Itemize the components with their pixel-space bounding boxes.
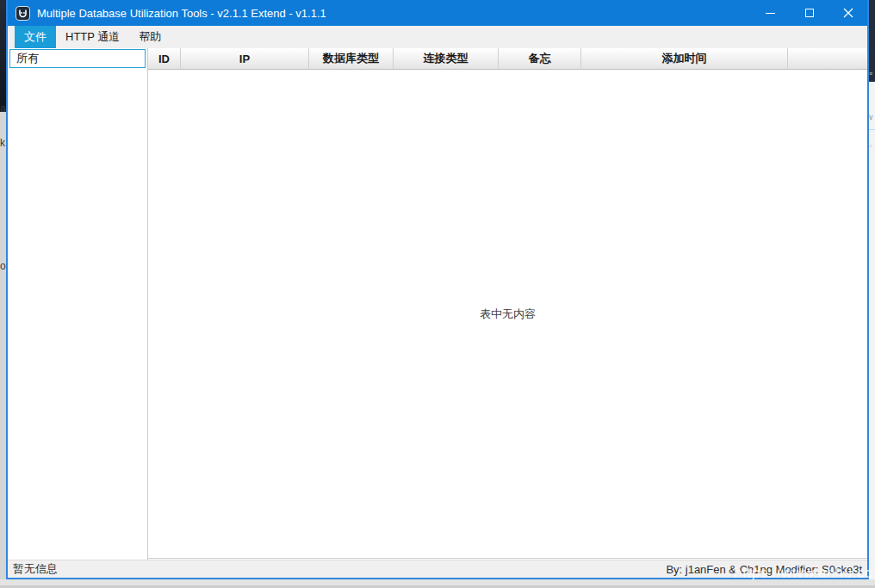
column-header-conn-type[interactable]: 连接类型 bbox=[394, 48, 499, 70]
menu-item-http-tunnel[interactable]: HTTP 通道 bbox=[56, 26, 129, 48]
statusbar: 暂无信息 By: j1anFen & Ch1ng Modifier: S0cke… bbox=[8, 560, 867, 578]
menubar: 文件 HTTP 通道 帮助 bbox=[8, 26, 867, 48]
column-header-id[interactable]: ID bbox=[148, 48, 181, 70]
column-header-ip[interactable]: IP bbox=[181, 48, 309, 70]
desktop-left-sliver: a k o bbox=[0, 0, 6, 588]
table-header-row: ID IP 数据库类型 连接类型 备忘 添加时间 bbox=[148, 48, 867, 70]
minimize-button[interactable] bbox=[751, 0, 790, 26]
desktop-glyph-fragment: ≡ bbox=[869, 71, 872, 77]
status-message: 暂无信息 bbox=[13, 561, 58, 577]
window-title: Multiple Database Utilization Tools - v2… bbox=[37, 7, 326, 20]
desktop-text-fragment: a bbox=[0, 103, 6, 114]
sidebar: 所有 bbox=[8, 48, 148, 560]
desktop-text-fragment: k bbox=[0, 138, 5, 148]
desktop-left-dark-region bbox=[0, 0, 6, 112]
table-body[interactable]: 表中无内容 bbox=[148, 70, 867, 559]
menu-item-help[interactable]: 帮助 bbox=[129, 26, 171, 48]
column-header-db-type[interactable]: 数据库类型 bbox=[309, 48, 394, 70]
filter-combobox[interactable]: 所有 bbox=[9, 49, 146, 68]
desktop-bottom-sliver bbox=[0, 579, 875, 588]
table-empty-message: 表中无内容 bbox=[480, 306, 536, 322]
screen: a k o ≡ ∨ ◞ Multiple Database Utilizatio… bbox=[0, 0, 875, 588]
maximize-icon bbox=[805, 9, 814, 17]
desktop-right-sliver: ≡ ∨ ◞ bbox=[869, 0, 875, 588]
desktop-divider-fragment bbox=[869, 129, 875, 130]
window-body: 所有 ID IP 数据库类型 连接类型 备忘 添加时间 表中无内容 bbox=[8, 48, 867, 560]
titlebar[interactable]: Multiple Database Utilization Tools - v2… bbox=[8, 0, 867, 26]
connections-table: ID IP 数据库类型 连接类型 备忘 添加时间 表中无内容 bbox=[148, 48, 867, 560]
app-logo-icon bbox=[16, 6, 30, 21]
desktop-text-fragment: o bbox=[0, 261, 6, 271]
credits-text: By: j1anFen & Ch1ng Modifier: S0cke3t bbox=[666, 563, 862, 576]
desktop-right-dark-region bbox=[869, 0, 875, 82]
app-window: Multiple Database Utilization Tools - v2… bbox=[6, 0, 869, 579]
column-header-blank[interactable] bbox=[788, 48, 867, 70]
desktop-glyph-fragment: ◞ bbox=[869, 140, 872, 148]
close-icon bbox=[843, 8, 853, 18]
menu-item-file[interactable]: 文件 bbox=[15, 26, 56, 48]
minimize-icon bbox=[766, 13, 775, 14]
maximize-button[interactable] bbox=[790, 0, 828, 26]
column-header-add-time[interactable]: 添加时间 bbox=[581, 48, 788, 70]
close-button[interactable] bbox=[828, 0, 867, 26]
column-header-memo[interactable]: 备忘 bbox=[499, 48, 581, 70]
